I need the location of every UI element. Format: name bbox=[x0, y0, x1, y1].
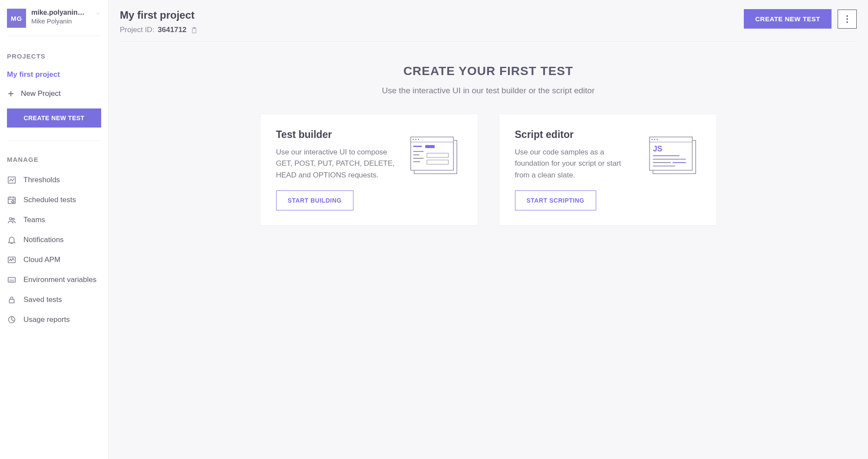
sidebar-item-label: Scheduled tests bbox=[23, 196, 76, 204]
sidebar-item-teams[interactable]: Teams bbox=[7, 211, 101, 229]
sidebar-item-saved-tests[interactable]: Saved tests bbox=[7, 291, 101, 309]
thresholds-icon bbox=[7, 175, 17, 185]
svg-point-27 bbox=[418, 139, 419, 140]
builder-illustration-icon bbox=[406, 134, 462, 177]
sidebar-item-env-vars[interactable]: ENV Environment variables bbox=[7, 271, 101, 289]
new-project-label: New Project bbox=[21, 89, 61, 98]
card-title: Test builder bbox=[276, 129, 398, 141]
sidebar-item-label: Usage reports bbox=[23, 315, 70, 324]
teams-icon bbox=[7, 215, 17, 225]
hero-title: CREATE YOUR FIRST TEST bbox=[120, 64, 857, 78]
script-illustration-icon: JS bbox=[645, 134, 701, 177]
svg-rect-29 bbox=[425, 145, 435, 148]
start-building-button[interactable]: START BUILDING bbox=[276, 190, 353, 210]
calendar-icon bbox=[7, 195, 17, 205]
env-icon: ENV bbox=[7, 275, 17, 285]
page-title: My first project bbox=[120, 9, 198, 21]
svg-point-25 bbox=[413, 139, 414, 140]
divider bbox=[7, 141, 101, 141]
start-scripting-button[interactable]: START SCRIPTING bbox=[515, 190, 596, 210]
svg-point-11 bbox=[12, 218, 14, 220]
svg-point-19 bbox=[846, 15, 848, 16]
manage-list: Thresholds Scheduled tests Teams Notific… bbox=[7, 171, 101, 329]
user-info: mike.polyanin@g... Mike Polyanin bbox=[31, 9, 90, 25]
cards-row: Test builder Use our interactive UI to c… bbox=[120, 114, 857, 226]
svg-text:JS: JS bbox=[653, 144, 662, 153]
svg-point-20 bbox=[846, 18, 848, 20]
manage-section-label: MANAGE bbox=[7, 156, 101, 163]
sidebar-item-label: Notifications bbox=[23, 236, 64, 244]
project-id-row: Project ID: 3641712 bbox=[120, 26, 198, 34]
plus-icon bbox=[7, 90, 15, 98]
sidebar-item-notifications[interactable]: Notifications bbox=[7, 231, 101, 249]
sidebar-project-item[interactable]: My first project bbox=[7, 68, 101, 82]
clipboard-icon[interactable] bbox=[190, 26, 198, 34]
sidebar-item-scheduled-tests[interactable]: Scheduled tests bbox=[7, 191, 101, 209]
card-desc: Use our code samples as a foundation for… bbox=[515, 147, 637, 181]
sidebar-item-label: Teams bbox=[23, 216, 45, 224]
sidebar-item-label: Thresholds bbox=[23, 176, 60, 184]
svg-point-41 bbox=[657, 139, 658, 140]
hero: CREATE YOUR FIRST TEST Use the interacti… bbox=[120, 64, 857, 95]
cloud-apm-icon bbox=[7, 255, 17, 265]
svg-point-39 bbox=[651, 139, 653, 140]
more-menu-button[interactable] bbox=[838, 10, 857, 29]
svg-point-40 bbox=[654, 139, 655, 140]
svg-point-21 bbox=[846, 21, 848, 23]
svg-text:ENV: ENV bbox=[10, 279, 15, 282]
page-header: My first project Project ID: 3641712 CRE… bbox=[120, 9, 857, 42]
sidebar-item-label: Environment variables bbox=[23, 275, 96, 284]
project-id-value: 3641712 bbox=[158, 26, 186, 34]
user-name: Mike Polyanin bbox=[31, 17, 90, 25]
create-test-button-sidebar[interactable]: CREATE NEW TEST bbox=[7, 108, 101, 128]
svg-point-10 bbox=[10, 218, 12, 220]
card-test-builder: Test builder Use our interactive UI to c… bbox=[260, 114, 478, 226]
create-test-button-header[interactable]: CREATE NEW TEST bbox=[744, 9, 832, 29]
main-content: My first project Project ID: 3641712 CRE… bbox=[109, 0, 868, 459]
sidebar: MG mike.polyanin@g... Mike Polyanin PROJ… bbox=[0, 0, 109, 459]
project-id-label: Project ID: bbox=[120, 26, 154, 34]
card-script-editor: Script editor Use our code samples as a … bbox=[499, 114, 717, 226]
user-menu[interactable]: MG mike.polyanin@g... Mike Polyanin bbox=[7, 9, 101, 36]
hero-subtitle: Use the interactive UI in our test build… bbox=[120, 86, 857, 95]
new-project-button[interactable]: New Project bbox=[7, 85, 101, 105]
chevron-down-icon bbox=[95, 10, 101, 16]
svg-rect-3 bbox=[8, 197, 16, 204]
kebab-icon bbox=[846, 15, 848, 23]
projects-section-label: PROJECTS bbox=[7, 52, 101, 60]
card-desc: Use our interactive UI to compose GET, P… bbox=[276, 147, 398, 181]
sidebar-item-label: Cloud APM bbox=[23, 256, 60, 264]
user-email: mike.polyanin@g... bbox=[31, 9, 90, 16]
pie-icon bbox=[7, 315, 17, 325]
avatar: MG bbox=[7, 9, 26, 28]
sidebar-item-usage-reports[interactable]: Usage reports bbox=[7, 311, 101, 329]
lock-icon bbox=[7, 295, 17, 305]
sidebar-item-label: Saved tests bbox=[23, 295, 62, 304]
sidebar-item-thresholds[interactable]: Thresholds bbox=[7, 171, 101, 189]
sidebar-item-cloud-apm[interactable]: Cloud APM bbox=[7, 251, 101, 269]
card-title: Script editor bbox=[515, 129, 637, 141]
svg-rect-15 bbox=[10, 299, 14, 303]
svg-point-26 bbox=[415, 139, 416, 140]
bell-icon bbox=[7, 235, 17, 245]
